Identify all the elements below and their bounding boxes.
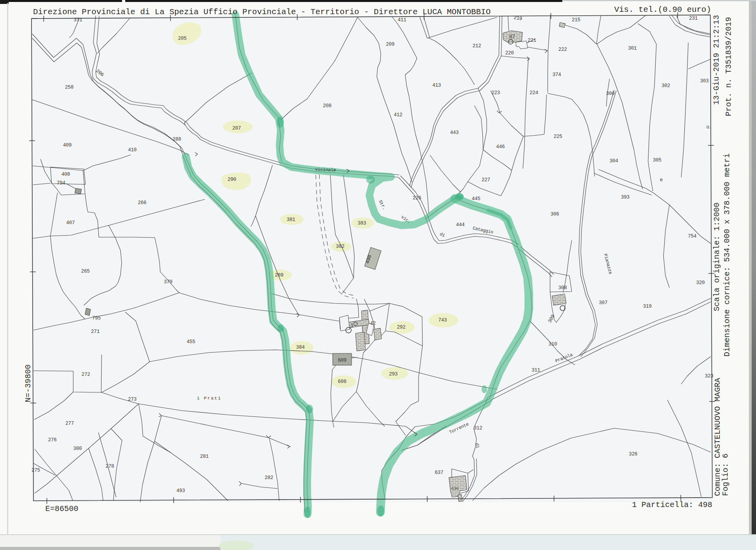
svg-text:212: 212 (472, 43, 481, 49)
svg-text:1: 1 (350, 323, 354, 329)
svg-text:308: 308 (558, 285, 567, 291)
svg-text:vicinale: vicinale (315, 167, 336, 173)
svg-text:266: 266 (138, 200, 146, 206)
svg-text:282: 282 (265, 475, 273, 481)
svg-text:224: 224 (530, 90, 538, 96)
svg-text:383: 383 (358, 221, 366, 226)
svg-text:N=-39800: N=-39800 (24, 364, 33, 402)
svg-text:Scala originale: 1:2000: Scala originale: 1:2000 (712, 203, 721, 311)
svg-text:374: 374 (552, 72, 561, 78)
svg-text:311: 311 (532, 368, 540, 373)
svg-text:87: 87 (509, 34, 515, 40)
svg-text:di: di (474, 442, 480, 449)
svg-text:411: 411 (398, 17, 406, 23)
svg-text:273: 273 (128, 397, 137, 402)
svg-text:444: 444 (456, 222, 465, 228)
svg-text:o.: o. (706, 124, 710, 130)
svg-text:221: 221 (528, 38, 536, 43)
svg-text:220: 220 (505, 50, 514, 56)
svg-text:288: 288 (172, 137, 181, 142)
svg-text:412: 412 (394, 112, 402, 118)
svg-text:Vis. tel.(0.90 euro): Vis. tel.(0.90 euro) (614, 5, 711, 14)
svg-text:446: 446 (496, 144, 505, 150)
svg-text:13-Giu-2019 21:2:13: 13-Giu-2019 21:2:13 (712, 15, 721, 105)
svg-text:290: 290 (228, 177, 236, 182)
svg-text:608: 608 (338, 379, 346, 385)
svg-text:319: 319 (643, 304, 652, 309)
svg-text:637: 637 (435, 470, 443, 476)
svg-text:289: 289 (275, 273, 284, 278)
svg-text:384: 384 (296, 345, 305, 350)
svg-text:275: 275 (32, 468, 40, 473)
svg-text:371: 371 (74, 17, 82, 23)
svg-text:227: 227 (482, 177, 490, 183)
svg-text:215: 215 (572, 17, 580, 23)
svg-text:272: 272 (82, 372, 90, 377)
svg-text:301: 301 (628, 46, 637, 51)
svg-text:42: 42 (370, 321, 376, 326)
svg-text:455: 455 (187, 339, 195, 345)
svg-text:225: 225 (554, 134, 562, 139)
svg-text:306: 306 (550, 212, 559, 217)
svg-text:310: 310 (548, 342, 557, 347)
svg-text:278: 278 (106, 464, 114, 469)
svg-text:636: 636 (451, 486, 459, 491)
svg-text:Foglio: 6: Foglio: 6 (721, 453, 730, 496)
svg-text:408: 408 (61, 172, 70, 177)
svg-text:292: 292 (397, 325, 406, 330)
svg-text:Dimensione cornice: 534.000 x: Dimensione cornice: 534.000 x 378.000 me… (723, 153, 732, 357)
svg-text:207: 207 (232, 126, 241, 131)
svg-text:302: 302 (662, 83, 670, 89)
svg-text:303: 303 (700, 78, 709, 84)
svg-text:300: 300 (606, 91, 615, 97)
svg-text:380: 380 (73, 446, 82, 452)
svg-text:326: 326 (629, 452, 637, 457)
svg-text:281: 281 (200, 454, 209, 459)
svg-text:271: 271 (91, 329, 100, 334)
svg-text:743: 743 (438, 318, 447, 323)
svg-text:312: 312 (474, 426, 482, 431)
svg-text:265: 265 (81, 269, 90, 274)
svg-text:382: 382 (336, 244, 345, 249)
svg-text:307: 307 (599, 300, 608, 306)
svg-text:231: 231 (689, 16, 698, 21)
svg-text:276: 276 (48, 437, 57, 443)
svg-text:393: 393 (621, 195, 630, 200)
svg-text:226: 226 (413, 195, 421, 201)
svg-text:320: 320 (696, 280, 705, 286)
svg-text:323: 323 (705, 373, 713, 379)
svg-text:381: 381 (287, 217, 295, 223)
svg-text:443: 443 (450, 130, 459, 136)
svg-text:410: 410 (128, 147, 137, 153)
svg-text:413: 413 (432, 83, 441, 88)
svg-text:222: 222 (558, 47, 567, 52)
svg-text:Direzione Provinciale di La Sp: Direzione Provinciale di La Spezia Uffic… (33, 7, 491, 17)
svg-text:493: 493 (176, 488, 185, 494)
svg-text:754: 754 (688, 234, 697, 239)
svg-text:208: 208 (323, 103, 332, 109)
svg-text:305: 305 (653, 158, 662, 163)
svg-text:223: 223 (491, 90, 500, 96)
svg-text:209: 209 (386, 42, 395, 47)
svg-text:Prot. n. T351839/2019: Prot. n. T351839/2019 (724, 17, 733, 116)
svg-text:409: 409 (63, 143, 72, 148)
svg-text:445: 445 (472, 196, 480, 202)
svg-text:205: 205 (178, 36, 187, 41)
svg-text:1 Particella: 498: 1 Particella: 498 (632, 500, 712, 509)
svg-text:219: 219 (513, 15, 522, 22)
svg-text:258: 258 (65, 85, 74, 90)
svg-text:609: 609 (338, 358, 346, 363)
svg-text:277: 277 (65, 421, 74, 426)
svg-text:407: 407 (66, 220, 75, 226)
svg-text:i Prati: i Prati (197, 396, 221, 401)
svg-text:304: 304 (610, 158, 618, 164)
svg-text:E=86500: E=86500 (45, 504, 78, 513)
svg-text:379: 379 (164, 279, 172, 285)
svg-text:293: 293 (389, 372, 398, 377)
svg-text:e: e (660, 177, 663, 182)
svg-text:795: 795 (92, 316, 101, 321)
svg-text:794: 794 (57, 180, 65, 186)
